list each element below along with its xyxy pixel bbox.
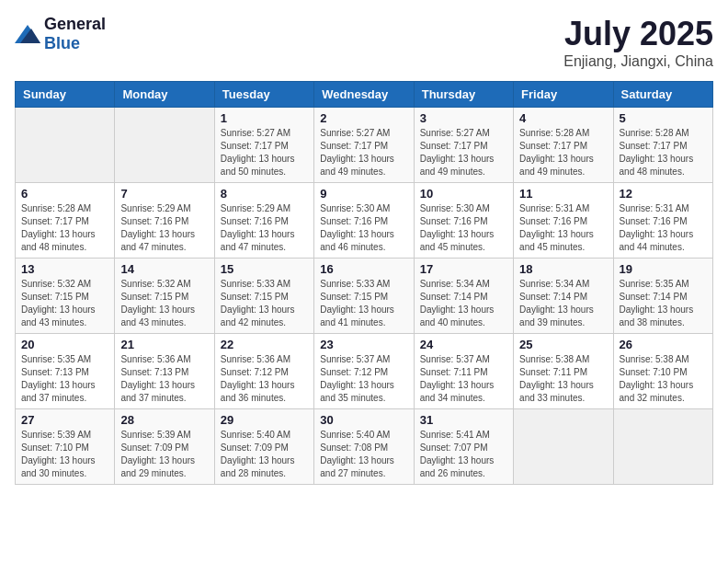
- calendar-cell: 30Sunrise: 5:40 AMSunset: 7:08 PMDayligh…: [314, 409, 414, 485]
- day-number: 17: [420, 262, 507, 276]
- day-info: Sunrise: 5:35 AMSunset: 7:14 PMDaylight:…: [620, 278, 707, 329]
- day-info: Sunrise: 5:36 AMSunset: 7:13 PMDaylight:…: [120, 353, 208, 405]
- day-header-friday: Friday: [514, 82, 613, 108]
- calendar-cell: 26Sunrise: 5:38 AMSunset: 7:10 PMDayligh…: [613, 334, 712, 409]
- day-header-saturday: Saturday: [613, 82, 712, 108]
- location-title: Enjiang, Jiangxi, China: [563, 53, 713, 70]
- day-number: 30: [320, 413, 407, 427]
- day-info: Sunrise: 5:39 AMSunset: 7:09 PMDaylight:…: [120, 429, 208, 480]
- day-number: 25: [519, 338, 607, 351]
- calendar-cell: 6Sunrise: 5:28 AMSunset: 7:17 PMDaylight…: [16, 183, 115, 259]
- calendar-cell: 4Sunrise: 5:28 AMSunset: 7:17 PMDaylight…: [514, 108, 613, 183]
- calendar-cell: 16Sunrise: 5:33 AMSunset: 7:15 PMDayligh…: [314, 259, 414, 334]
- week-row-3: 13Sunrise: 5:32 AMSunset: 7:15 PMDayligh…: [16, 259, 713, 334]
- calendar-cell: 10Sunrise: 5:30 AMSunset: 7:16 PMDayligh…: [414, 183, 513, 259]
- day-info: Sunrise: 5:31 AMSunset: 7:16 PMDaylight:…: [519, 202, 607, 254]
- day-info: Sunrise: 5:30 AMSunset: 7:16 PMDaylight:…: [420, 202, 507, 254]
- day-number: 19: [620, 262, 707, 276]
- calendar-cell: 23Sunrise: 5:37 AMSunset: 7:12 PMDayligh…: [314, 334, 414, 409]
- day-info: Sunrise: 5:40 AMSunset: 7:09 PMDaylight:…: [221, 429, 308, 480]
- calendar-cell: 31Sunrise: 5:41 AMSunset: 7:07 PMDayligh…: [414, 409, 513, 485]
- calendar-cell: [514, 409, 613, 485]
- calendar-cell: 21Sunrise: 5:36 AMSunset: 7:13 PMDayligh…: [115, 334, 214, 409]
- week-row-4: 20Sunrise: 5:35 AMSunset: 7:13 PMDayligh…: [16, 334, 713, 409]
- day-info: Sunrise: 5:28 AMSunset: 7:17 PMDaylight:…: [519, 127, 607, 178]
- day-info: Sunrise: 5:38 AMSunset: 7:11 PMDaylight:…: [519, 353, 607, 405]
- day-number: 3: [420, 111, 507, 125]
- day-number: 21: [120, 338, 208, 351]
- day-info: Sunrise: 5:37 AMSunset: 7:12 PMDaylight:…: [320, 353, 407, 405]
- day-number: 23: [320, 338, 407, 351]
- day-number: 16: [320, 262, 407, 276]
- day-number: 26: [620, 338, 707, 351]
- calendar-cell: 18Sunrise: 5:34 AMSunset: 7:14 PMDayligh…: [514, 259, 613, 334]
- day-info: Sunrise: 5:31 AMSunset: 7:16 PMDaylight:…: [620, 202, 707, 254]
- calendar-cell: 8Sunrise: 5:29 AMSunset: 7:16 PMDaylight…: [214, 183, 313, 259]
- calendar-cell: 15Sunrise: 5:33 AMSunset: 7:15 PMDayligh…: [214, 259, 313, 334]
- calendar-cell: 11Sunrise: 5:31 AMSunset: 7:16 PMDayligh…: [514, 183, 613, 259]
- calendar-cell: 2Sunrise: 5:27 AMSunset: 7:17 PMDaylight…: [314, 108, 414, 183]
- day-info: Sunrise: 5:35 AMSunset: 7:13 PMDaylight:…: [21, 353, 108, 405]
- logo-text: General Blue: [44, 15, 106, 53]
- day-number: 29: [221, 413, 308, 427]
- header: General Blue July 2025 Enjiang, Jiangxi,…: [15, 15, 713, 70]
- day-number: 24: [420, 338, 507, 351]
- day-info: Sunrise: 5:33 AMSunset: 7:15 PMDaylight:…: [320, 278, 407, 329]
- calendar-cell: 1Sunrise: 5:27 AMSunset: 7:17 PMDaylight…: [214, 108, 313, 183]
- day-number: 27: [21, 413, 108, 427]
- calendar-cell: [16, 108, 115, 183]
- calendar-cell: 24Sunrise: 5:37 AMSunset: 7:11 PMDayligh…: [414, 334, 513, 409]
- day-info: Sunrise: 5:34 AMSunset: 7:14 PMDaylight:…: [420, 278, 507, 329]
- day-header-tuesday: Tuesday: [214, 82, 313, 108]
- logo-blue: Blue: [44, 34, 80, 52]
- logo: General Blue: [15, 15, 106, 53]
- day-number: 18: [519, 262, 607, 276]
- day-number: 6: [21, 187, 108, 201]
- day-number: 9: [320, 187, 407, 201]
- day-info: Sunrise: 5:29 AMSunset: 7:16 PMDaylight:…: [120, 202, 208, 254]
- logo-general: General: [44, 15, 106, 33]
- day-info: Sunrise: 5:36 AMSunset: 7:12 PMDaylight:…: [221, 353, 308, 405]
- calendar-cell: 5Sunrise: 5:28 AMSunset: 7:17 PMDaylight…: [613, 108, 712, 183]
- calendar-cell: [613, 409, 712, 485]
- day-header-wednesday: Wednesday: [314, 82, 414, 108]
- day-info: Sunrise: 5:32 AMSunset: 7:15 PMDaylight:…: [21, 278, 108, 329]
- day-header-thursday: Thursday: [414, 82, 513, 108]
- calendar-cell: 27Sunrise: 5:39 AMSunset: 7:10 PMDayligh…: [16, 409, 115, 485]
- day-number: 28: [120, 413, 208, 427]
- calendar-cell: 9Sunrise: 5:30 AMSunset: 7:16 PMDaylight…: [314, 183, 414, 259]
- day-info: Sunrise: 5:32 AMSunset: 7:15 PMDaylight:…: [120, 278, 208, 329]
- day-info: Sunrise: 5:27 AMSunset: 7:17 PMDaylight:…: [320, 127, 407, 178]
- day-number: 11: [519, 187, 607, 201]
- day-info: Sunrise: 5:38 AMSunset: 7:10 PMDaylight:…: [620, 353, 707, 405]
- day-number: 1: [221, 111, 308, 125]
- calendar-cell: 20Sunrise: 5:35 AMSunset: 7:13 PMDayligh…: [16, 334, 115, 409]
- title-section: July 2025 Enjiang, Jiangxi, China: [563, 15, 713, 70]
- day-info: Sunrise: 5:37 AMSunset: 7:11 PMDaylight:…: [420, 353, 507, 405]
- day-number: 22: [221, 338, 308, 351]
- calendar-cell: 19Sunrise: 5:35 AMSunset: 7:14 PMDayligh…: [613, 259, 712, 334]
- day-number: 10: [420, 187, 507, 201]
- calendar-cell: 29Sunrise: 5:40 AMSunset: 7:09 PMDayligh…: [214, 409, 313, 485]
- month-title: July 2025: [563, 15, 713, 53]
- calendar-cell: 22Sunrise: 5:36 AMSunset: 7:12 PMDayligh…: [214, 334, 313, 409]
- day-info: Sunrise: 5:41 AMSunset: 7:07 PMDaylight:…: [420, 429, 507, 480]
- day-number: 8: [221, 187, 308, 201]
- day-number: 13: [21, 262, 108, 276]
- day-number: 4: [519, 111, 607, 125]
- day-info: Sunrise: 5:27 AMSunset: 7:17 PMDaylight:…: [420, 127, 507, 178]
- calendar-cell: 28Sunrise: 5:39 AMSunset: 7:09 PMDayligh…: [115, 409, 214, 485]
- calendar-cell: 13Sunrise: 5:32 AMSunset: 7:15 PMDayligh…: [16, 259, 115, 334]
- day-header-monday: Monday: [115, 82, 214, 108]
- day-header-sunday: Sunday: [16, 82, 115, 108]
- logo-icon: [15, 25, 40, 43]
- day-info: Sunrise: 5:27 AMSunset: 7:17 PMDaylight:…: [221, 127, 308, 178]
- day-info: Sunrise: 5:39 AMSunset: 7:10 PMDaylight:…: [21, 429, 108, 480]
- calendar-table: SundayMondayTuesdayWednesdayThursdayFrid…: [15, 81, 713, 485]
- day-number: 15: [221, 262, 308, 276]
- day-number: 12: [620, 187, 707, 201]
- calendar-cell: 14Sunrise: 5:32 AMSunset: 7:15 PMDayligh…: [115, 259, 214, 334]
- day-info: Sunrise: 5:30 AMSunset: 7:16 PMDaylight:…: [320, 202, 407, 254]
- calendar-cell: 25Sunrise: 5:38 AMSunset: 7:11 PMDayligh…: [514, 334, 613, 409]
- calendar-cell: 7Sunrise: 5:29 AMSunset: 7:16 PMDaylight…: [115, 183, 214, 259]
